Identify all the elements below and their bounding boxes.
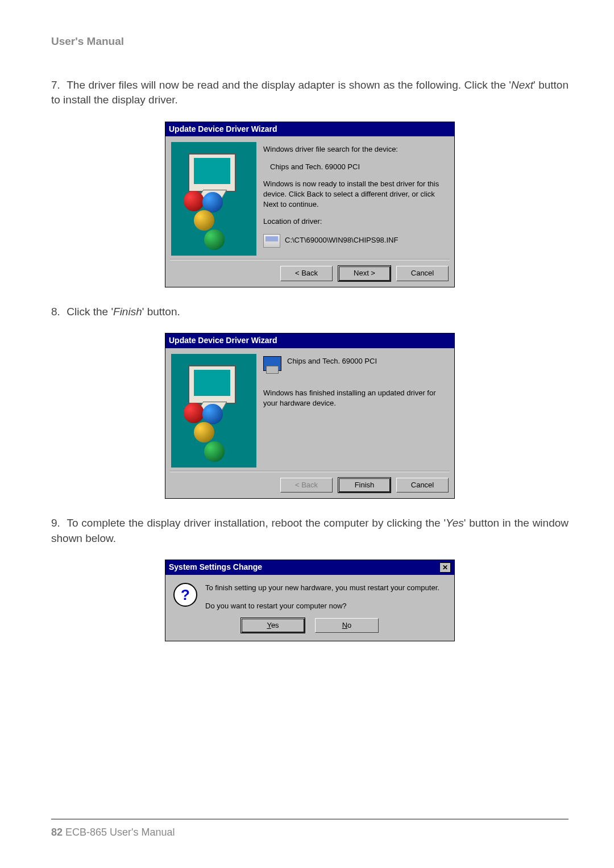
puzzle-piece bbox=[202, 404, 223, 424]
step-7-emph: Next bbox=[511, 79, 533, 91]
cancel-button[interactable]: Cancel bbox=[396, 266, 449, 281]
next-button[interactable]: Next > bbox=[338, 266, 391, 281]
puzzle-piece bbox=[202, 192, 223, 212]
dialog3-titlebar: System Settings Change ✕ bbox=[165, 560, 454, 575]
dialog1-line1: Windows driver file search for the devic… bbox=[263, 144, 449, 155]
dialog1-title: Update Device Driver Wizard bbox=[169, 124, 277, 135]
page-number: 82 bbox=[51, 827, 63, 838]
dialog1-loc-path: C:\CT\69000\WIN98\CHIPS98.INF bbox=[285, 235, 398, 245]
step-7-number: 7. bbox=[51, 78, 64, 93]
step-9: 9. To complete the display driver instal… bbox=[51, 516, 569, 546]
monitor-icon bbox=[188, 153, 236, 192]
monitor-icon bbox=[188, 365, 236, 404]
back-button[interactable]: < Back bbox=[280, 266, 333, 281]
finish-button[interactable]: Finish bbox=[338, 478, 391, 493]
step-8-number: 8. bbox=[51, 304, 64, 320]
step-7-text-a: The driver files will now be read and th… bbox=[67, 79, 511, 91]
puzzle-piece bbox=[184, 403, 204, 423]
update-driver-wizard-dialog-1: Update Device Driver Wizard Windows driv… bbox=[165, 122, 455, 287]
puzzle-piece bbox=[204, 441, 225, 462]
puzzle-piece bbox=[194, 210, 214, 231]
step-8-text-b: ' button. bbox=[142, 306, 180, 318]
cancel-button[interactable]: Cancel bbox=[396, 478, 449, 493]
step-7: 7. The driver files will now be read and… bbox=[51, 78, 569, 108]
yes-button[interactable]: Yes bbox=[241, 618, 305, 633]
dialog1-line3: Windows is now ready to install the best… bbox=[263, 179, 449, 210]
page-footer: 82 ECB-865 User's Manual bbox=[51, 819, 569, 840]
header-title: User's Manual bbox=[51, 35, 124, 47]
dialog3-line2: Do you want to restart your computer now… bbox=[205, 601, 439, 611]
system-settings-change-dialog: System Settings Change ✕ ? To finish set… bbox=[165, 560, 455, 641]
close-icon[interactable]: ✕ bbox=[439, 562, 451, 573]
back-button-disabled: < Back bbox=[280, 478, 333, 493]
inf-file-icon bbox=[263, 234, 280, 248]
dialog2-title: Update Device Driver Wizard bbox=[169, 335, 277, 347]
dialog2-line2: Windows has finished installing an updat… bbox=[263, 388, 449, 408]
dialog3-line1: To finish setting up your new hardware, … bbox=[205, 583, 439, 593]
step-8-text-a: Click the ' bbox=[67, 306, 113, 318]
step-8: 8. Click the 'Finish' button. bbox=[51, 304, 569, 320]
footer-text: ECB-865 User's Manual bbox=[63, 827, 175, 838]
dialog1-device: Chips and Tech. 69000 PCI bbox=[263, 162, 449, 172]
wizard-image bbox=[171, 142, 256, 256]
wizard-image bbox=[171, 354, 256, 468]
dialog1-titlebar: Update Device Driver Wizard bbox=[165, 122, 454, 137]
step-9-number: 9. bbox=[51, 516, 64, 531]
update-driver-wizard-dialog-2: Update Device Driver Wizard Chips and Te… bbox=[165, 333, 455, 499]
display-adapter-icon bbox=[263, 356, 281, 371]
step-9-text-a: To complete the display driver installat… bbox=[67, 517, 446, 529]
puzzle-piece bbox=[194, 422, 214, 443]
manual-header: User's Manual bbox=[51, 34, 569, 49]
no-button[interactable]: No bbox=[315, 618, 379, 633]
dialog1-loc-label: Location of driver: bbox=[263, 216, 449, 227]
step-8-emph: Finish bbox=[113, 306, 142, 318]
question-icon: ? bbox=[173, 583, 197, 607]
puzzle-piece bbox=[184, 191, 204, 211]
dialog2-device: Chips and Tech. 69000 PCI bbox=[287, 356, 377, 366]
puzzle-piece bbox=[204, 229, 225, 250]
dialog2-titlebar: Update Device Driver Wizard bbox=[165, 333, 454, 348]
step-9-emph: Yes bbox=[446, 517, 464, 529]
dialog3-title: System Settings Change bbox=[169, 562, 262, 573]
